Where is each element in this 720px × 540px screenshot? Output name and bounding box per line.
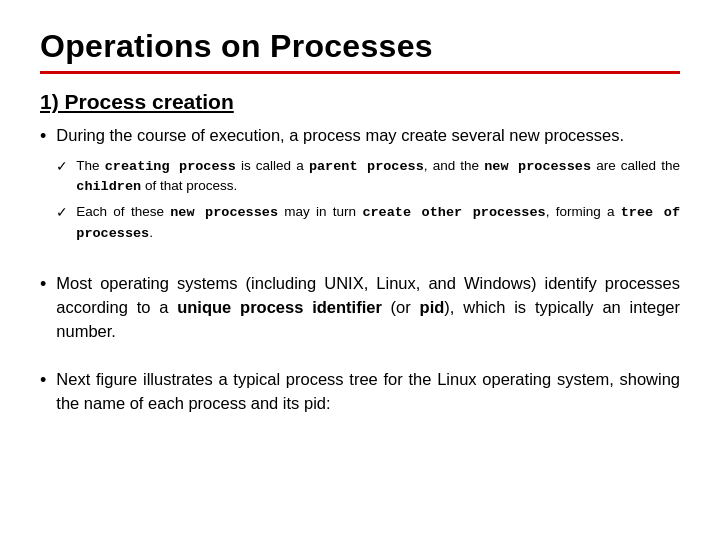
title-underline [40, 71, 680, 74]
section-heading: 1) Process creation [40, 90, 680, 114]
spacer-1 [40, 258, 680, 272]
bullet-2: • Most operating systems (including UNIX… [40, 272, 680, 344]
sub-bullet-2: ✓ Each of these new processes may in tur… [56, 202, 680, 243]
slide: Operations on Processes 1) Process creat… [0, 0, 720, 540]
checkmark-1: ✓ [56, 158, 68, 174]
bullet-1: • During the course of execution, a proc… [40, 124, 680, 248]
slide-title: Operations on Processes [40, 28, 680, 65]
sub-bullet-2-text: Each of these new processes may in turn … [76, 202, 680, 243]
bullet-2-text: Most operating systems (including UNIX, … [56, 272, 680, 344]
bullet-3: • Next figure illustrates a typical proc… [40, 368, 680, 416]
checkmark-2: ✓ [56, 204, 68, 220]
spacer-2 [40, 354, 680, 368]
sub-bullets: ✓ The creating process is called a paren… [56, 156, 680, 243]
bullet-dot-2: • [40, 274, 46, 295]
sub-bullet-1: ✓ The creating process is called a paren… [56, 156, 680, 197]
bullet-1-content: During the course of execution, a proces… [56, 124, 680, 248]
sub-bullet-1-text: The creating process is called a parent … [76, 156, 680, 197]
bullet-3-text: Next figure illustrates a typical proces… [56, 368, 680, 416]
bullet-dot-3: • [40, 370, 46, 391]
bullet-1-text: During the course of execution, a proces… [56, 126, 624, 144]
bullet-dot-1: • [40, 126, 46, 147]
